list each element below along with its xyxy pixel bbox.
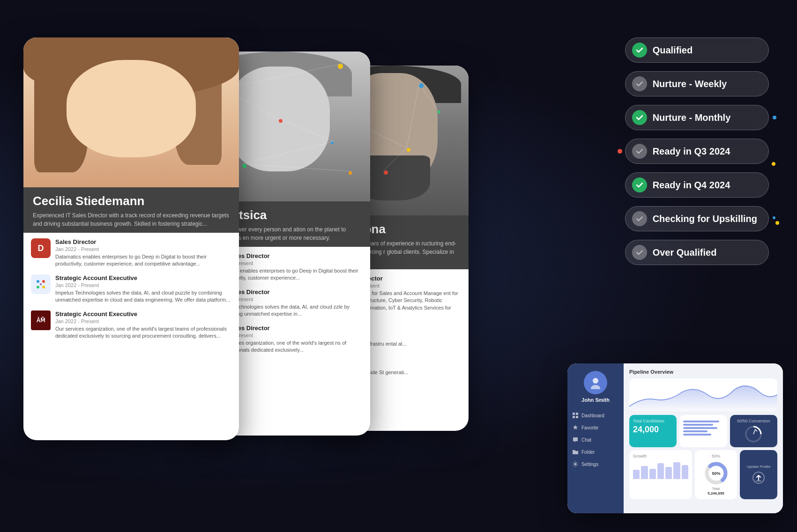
pill-container-ready-q4: Ready in Q4 2024	[625, 172, 769, 198]
job-title-watsica-2: ior Sales Director	[219, 288, 363, 296]
work-logo-datamatics: D	[31, 238, 51, 258]
pill-container-nurture-weekly: Nurture - Weekly	[625, 71, 769, 96]
bottom-row: Growth 50%	[629, 450, 777, 499]
check-icon-qualified	[632, 43, 647, 58]
svg-point-17	[42, 286, 45, 288]
pill-nurture-weekly[interactable]: Nurture - Weekly	[625, 71, 769, 96]
pill-container-qualified: Qualified	[625, 37, 769, 63]
stat-line-1	[683, 421, 719, 422]
conversion-icon	[744, 425, 763, 443]
svg-point-18	[40, 283, 42, 285]
bar-5	[665, 467, 672, 479]
pill-label-nurture-weekly: Nurture - Weekly	[653, 79, 727, 89]
svg-point-19	[593, 378, 598, 384]
job-title-watsica-3: ior Sales Director	[219, 325, 363, 332]
check-icon-nurture-weekly	[632, 76, 647, 91]
svg-rect-24	[576, 416, 578, 418]
donut-total-label: Total	[712, 487, 720, 490]
pill-qualified[interactable]: Qualified	[625, 37, 769, 63]
pill-over-qualified[interactable]: Over Qualified	[625, 240, 769, 265]
work-text-3: Strategic Account Executive Jan 2022 - P…	[55, 310, 231, 340]
check-icon-ready-q4	[632, 177, 647, 192]
svg-point-25	[574, 463, 577, 466]
svg-rect-22	[576, 413, 578, 415]
nav-settings-label: Settings	[581, 462, 598, 467]
donut-chart: 50%	[703, 460, 729, 486]
bar-1	[633, 470, 640, 479]
svg-rect-21	[573, 413, 575, 415]
upload-icon	[752, 471, 766, 485]
svg-point-14	[37, 280, 39, 283]
dash-avatar	[584, 371, 607, 394]
total-candidates-value: 24,000	[633, 425, 673, 435]
stat-line-5	[683, 434, 711, 436]
nav-folder-label: Folder	[581, 450, 595, 455]
bar-4	[657, 463, 664, 479]
phone-card-cecilia[interactable]: Cecilia Stiedemann Experienced IT Sales …	[23, 37, 239, 440]
chart-area	[629, 378, 777, 411]
donut-pct-label: 50%	[712, 454, 720, 458]
donut-card: 50% 50% Total 5,246,895	[695, 450, 737, 499]
svg-point-20	[591, 385, 600, 389]
work-text-2: Strategic Account Executive Jan 2022 - P…	[55, 274, 231, 304]
pill-label-checking: Checking for Upskilling	[653, 214, 757, 224]
dot-checking-blue	[773, 216, 775, 219]
dot-ready-q3-red	[618, 149, 622, 154]
check-icon-ready-q3	[632, 144, 647, 159]
nav-dashboard[interactable]: Dashboard	[567, 409, 624, 421]
work-section-cecilia: D Sales Director Jan 2022 - Present Data…	[23, 233, 239, 352]
update-profile-card[interactable]: Update Profile	[740, 450, 777, 499]
stat-line-3	[683, 427, 717, 429]
pipeline-title: Pipeline Overview	[629, 369, 777, 375]
pill-ready-q4[interactable]: Ready in Q4 2024	[625, 172, 769, 198]
stats-row-top: Total Candidates 24,000 50/50 Conversio	[629, 415, 777, 447]
nav-folder[interactable]: Folder	[567, 446, 624, 458]
svg-point-15	[42, 280, 45, 283]
job-title-2: Strategic Account Executive	[55, 274, 231, 281]
pill-container-checking: Checking for Upskilling	[625, 206, 769, 231]
work-entry-2: Strategic Account Executive Jan 2022 - P…	[31, 274, 231, 304]
nav-settings[interactable]: Settings	[567, 458, 624, 470]
job-desc-1: Datamatics enables enterprises to go Dee…	[55, 253, 231, 268]
scene: Max Crona ssional with 17+ years of expe…	[0, 0, 797, 532]
pill-checking-upskilling[interactable]: Checking for Upskilling	[625, 206, 769, 231]
work-entry-1: D Sales Director Jan 2022 - Present Data…	[31, 238, 231, 268]
bar-7	[682, 465, 688, 479]
pill-container-ready-q3: Ready in Q3 2024	[625, 139, 769, 164]
bar-2	[641, 466, 648, 479]
pill-nurture-monthly[interactable]: Nurture - Monthly	[625, 105, 769, 130]
pill-ready-q3[interactable]: Ready in Q3 2024	[625, 139, 769, 164]
dot-nurture-monthly	[773, 116, 776, 119]
total-candidates-label: Total Candidates	[633, 419, 673, 423]
job-title-1: Sales Director	[55, 238, 231, 245]
dash-user-name: John Smith	[581, 397, 610, 403]
job-desc-3: Our services organization, one of the wo…	[55, 325, 231, 340]
photo-cecilia	[23, 37, 239, 187]
job-date-watsica-2: 2022 - Present	[219, 296, 363, 302]
pill-label-qualified: Qualified	[653, 45, 693, 56]
dash-sidebar: John Smith Dashboard Favorite Chat Folde…	[567, 363, 624, 513]
work-text-watsica-1: ior Sales Director 2022 - Present atmati…	[219, 252, 363, 282]
pill-label-ready-q3: Ready in Q3 2024	[653, 146, 730, 157]
svg-point-16	[37, 286, 39, 288]
work-text-watsica-2: ior Sales Director 2022 - Present petus …	[219, 288, 363, 318]
nav-favorite[interactable]: Favorite	[567, 421, 624, 434]
pill-container-nurture-monthly: Nurture - Monthly	[625, 105, 769, 130]
bio-cecilia: Experienced IT Sales Director with a tra…	[33, 211, 230, 228]
nav-dashboard-label: Dashboard	[581, 413, 604, 418]
job-date-2: Jan 2022 - Present	[55, 282, 231, 288]
stat-line-4	[683, 430, 707, 432]
svg-text:50%: 50%	[712, 471, 720, 476]
work-logo-impetus	[31, 274, 51, 294]
dashboard-card: John Smith Dashboard Favorite Chat Folde…	[567, 363, 783, 513]
check-icon-nurture-monthly	[632, 110, 647, 125]
pill-label-ready-q4: Ready in Q4 2024	[653, 180, 730, 191]
dot-ready-q3-yellow	[772, 162, 775, 166]
bar-6	[673, 462, 680, 479]
donut-total-value: 5,246,895	[708, 491, 724, 495]
svg-rect-23	[573, 416, 575, 418]
job-desc-watsica-2: petus Technologies solves the data, AI, …	[219, 303, 363, 318]
nav-chat[interactable]: Chat	[567, 434, 624, 446]
job-desc-watsica-3: ur services organization, one of the wor…	[219, 340, 363, 354]
stat-line-2	[683, 424, 713, 426]
